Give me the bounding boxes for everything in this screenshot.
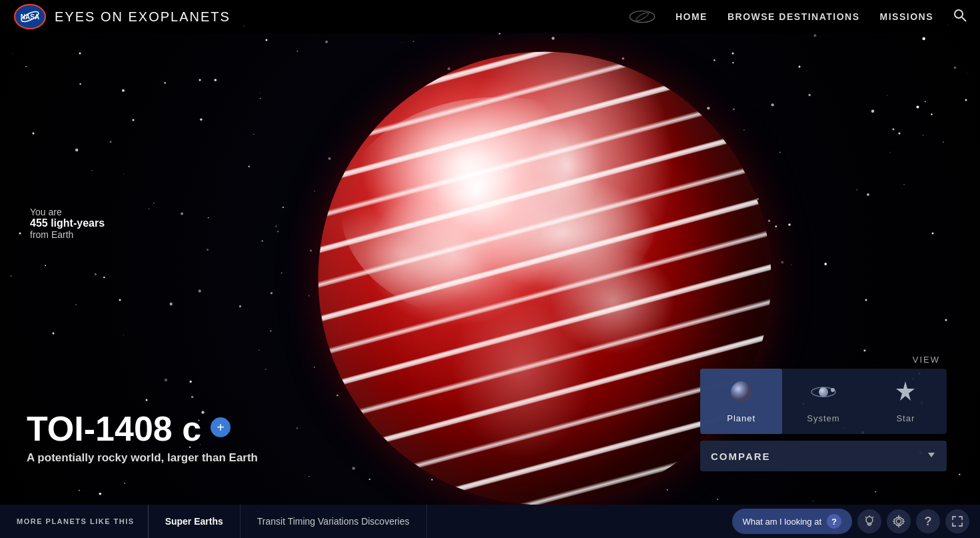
planet-name-text: TOI-1408 c: [27, 411, 201, 446]
missions-nav-link[interactable]: MISSIONS: [880, 11, 933, 22]
planet-name: TOI-1408 c +: [27, 411, 258, 446]
svg-text:NASA: NASA: [21, 13, 39, 21]
view-system-label: System: [807, 413, 839, 423]
bottom-right-controls: What am I looking at ? ?: [732, 509, 981, 534]
svg-point-18: [897, 519, 901, 524]
app-title: EYES ON EXOPLANETS: [55, 9, 231, 25]
svg-line-17: [873, 517, 873, 517]
from-earth-label: from Earth: [30, 229, 105, 240]
transit-timing-tag[interactable]: Transit Timing Variations Discoveries: [241, 505, 427, 538]
help-icon: ?: [925, 515, 932, 529]
planet-view-icon: [729, 379, 754, 408]
svg-point-8: [819, 387, 828, 397]
you-are-label: You are: [30, 207, 105, 217]
view-buttons-group: Planet System: [700, 369, 947, 434]
gear-icon: [892, 515, 905, 528]
search-icon[interactable]: [953, 9, 967, 25]
view-star-label: Star: [896, 413, 915, 423]
svg-marker-11: [896, 381, 915, 401]
bottom-bar: MORE PLANETS LIKE THIS Super Earths Tran…: [0, 505, 980, 538]
nav-links: HOME BROWSE DESTINATIONS MISSIONS: [629, 7, 967, 27]
system-view-icon: [811, 379, 836, 408]
lightbulb-button[interactable]: [857, 509, 881, 533]
browse-destinations-nav-link[interactable]: BROWSE DESTINATIONS: [728, 11, 860, 22]
expand-button[interactable]: [945, 509, 969, 533]
nasa-logo: NASA: [13, 3, 47, 30]
compare-label: COMPARE: [711, 451, 927, 462]
view-star-button[interactable]: Star: [865, 369, 947, 434]
question-mark-icon: ?: [827, 514, 841, 529]
add-planet-button[interactable]: +: [211, 417, 231, 437]
help-button[interactable]: ?: [916, 509, 940, 533]
svg-point-7: [731, 381, 752, 403]
view-panel: VIEW Planet: [700, 355, 947, 471]
star-view-icon: [893, 379, 918, 408]
svg-marker-12: [928, 453, 935, 457]
svg-line-6: [962, 17, 966, 21]
settings-button[interactable]: [887, 509, 911, 533]
jpl-logo-icon: [629, 7, 656, 27]
home-nav-link[interactable]: HOME: [676, 11, 708, 22]
compare-dropdown[interactable]: COMPARE: [700, 441, 947, 471]
view-label: VIEW: [700, 355, 947, 365]
expand-icon: [951, 515, 964, 528]
compare-dropdown-arrow: [927, 450, 936, 462]
what-am-i-looking-button[interactable]: What am I looking at ?: [732, 509, 853, 534]
planet-tags: Super Earths Transit Timing Variations D…: [149, 505, 732, 538]
svg-line-16: [865, 517, 866, 517]
view-planet-label: Planet: [727, 413, 755, 423]
view-system-button[interactable]: System: [782, 369, 864, 434]
what-looking-text: What am I looking at: [743, 517, 822, 527]
svg-point-13: [866, 517, 873, 523]
more-planets-label: MORE PLANETS LIKE THIS: [13, 505, 149, 538]
planet-description: A potentially rocky world, larger than E…: [27, 451, 258, 465]
super-earths-tag[interactable]: Super Earths: [149, 505, 241, 538]
svg-point-5: [955, 10, 963, 18]
distance-info: You are 455 light-years from Earth: [30, 207, 105, 240]
planet-title-area: TOI-1408 c + A potentially rocky world, …: [27, 411, 258, 465]
light-years-value: 455 light-years: [30, 217, 105, 229]
lightbulb-icon: [863, 515, 876, 528]
svg-point-4: [635, 11, 650, 22]
svg-point-10: [831, 388, 835, 392]
svg-point-3: [630, 11, 654, 22]
view-planet-button[interactable]: Planet: [700, 369, 782, 434]
top-navigation: NASA EYES ON EXOPLANETS HOME BROWSE DEST…: [0, 0, 980, 33]
